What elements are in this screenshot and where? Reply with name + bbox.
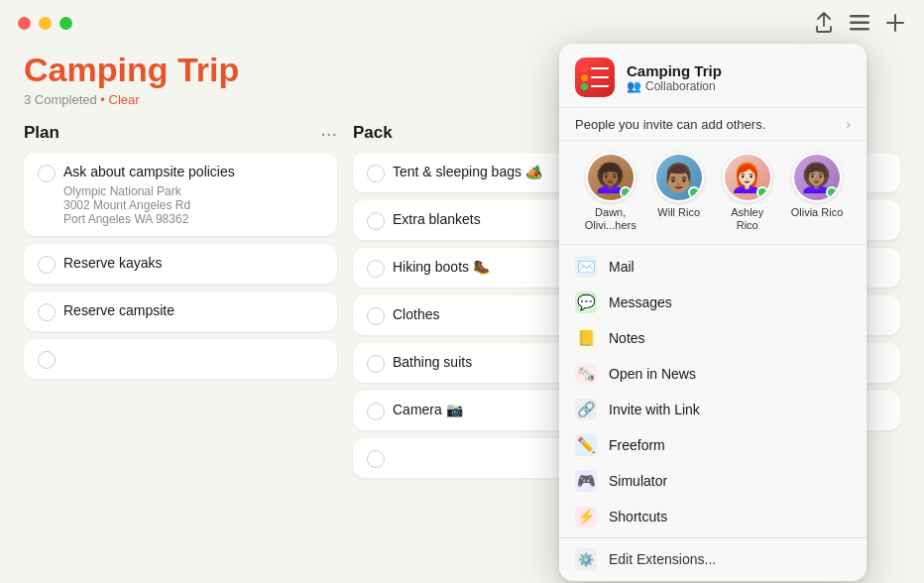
checkbox-clothes[interactable] bbox=[367, 307, 385, 325]
messages-icon: 💬 bbox=[575, 292, 597, 313]
card-campsite-policies[interactable]: Ask about campsite policies Olympic Nati… bbox=[24, 153, 337, 236]
completed-count: 3 Completed bbox=[24, 92, 97, 107]
checkbox-boots[interactable] bbox=[367, 260, 385, 278]
avatar-dawn[interactable]: 👩🏾‍🦱 Dawn, Olivi...hers bbox=[583, 153, 638, 232]
checkbox-tent[interactable] bbox=[367, 165, 385, 182]
menu-label-invite: Invite with Link bbox=[609, 402, 700, 417]
popup-invite-row[interactable]: People you invite can add others. › bbox=[559, 108, 866, 141]
minimize-button[interactable] bbox=[39, 17, 52, 30]
menu-label-messages: Messages bbox=[609, 294, 672, 310]
menu-label-simulator: Simulator bbox=[609, 473, 667, 489]
checkbox-blankets[interactable] bbox=[367, 212, 385, 230]
popup-collab: 👥 Collaboration bbox=[627, 79, 722, 93]
avatar-will[interactable]: 👨🏽 Will Rico bbox=[654, 153, 704, 232]
card-text-tent: Tent & sleeping bags 🏕️ bbox=[393, 163, 542, 182]
avatar-circle-olivia: 👩🏽‍🦱 bbox=[792, 153, 842, 202]
card-plan-empty[interactable] bbox=[24, 339, 337, 379]
avatar-dot-ashley bbox=[756, 186, 768, 198]
menu-item-notes[interactable]: 📒 Notes bbox=[559, 320, 866, 356]
freeform-icon: ✏️ bbox=[575, 434, 597, 456]
popup-title: Camping Trip bbox=[627, 62, 722, 79]
menu-label-news: Open in News bbox=[609, 366, 696, 382]
svg-rect-2 bbox=[850, 28, 869, 31]
maximize-button[interactable] bbox=[59, 17, 72, 30]
avatar-circle-ashley: 👩🏻‍🦰 bbox=[723, 153, 772, 202]
avatar-label-will: Will Rico bbox=[657, 206, 700, 219]
menu-label-mail: Mail bbox=[609, 259, 635, 275]
title-bar-actions bbox=[813, 12, 906, 34]
shortcuts-icon: ⚡ bbox=[575, 506, 597, 527]
avatar-dot-dawn bbox=[620, 186, 632, 198]
avatar-label-dawn: Dawn, Olivi...hers bbox=[583, 206, 638, 232]
collab-label: Collaboration bbox=[645, 79, 716, 93]
traffic-lights bbox=[18, 17, 72, 30]
column-plan: Plan ··· Ask about campsite policies Oly… bbox=[24, 123, 337, 486]
share-icon[interactable] bbox=[813, 12, 835, 34]
edit-extensions-icon: ⚙️ bbox=[575, 548, 597, 570]
card-text-bathing: Bathing suits bbox=[393, 353, 472, 373]
link-icon: 🔗 bbox=[575, 399, 597, 420]
popup-title-block: Camping Trip 👥 Collaboration bbox=[627, 62, 722, 93]
menu-item-invite-link[interactable]: 🔗 Invite with Link bbox=[559, 392, 866, 427]
card-reserve-kayaks[interactable]: Reserve kayaks bbox=[24, 244, 337, 284]
clear-link[interactable]: • Clear bbox=[100, 92, 139, 107]
menu-item-messages[interactable]: 💬 Messages bbox=[559, 285, 866, 320]
menu-items: ✉️ Mail 💬 Messages 📒 Notes 🗞️ Open in Ne… bbox=[559, 245, 866, 581]
checkbox-camera[interactable] bbox=[367, 403, 385, 420]
avatar-circle-dawn: 👩🏾‍🦱 bbox=[586, 153, 635, 202]
menu-label-shortcuts: Shortcuts bbox=[609, 509, 667, 525]
avatar-ashley[interactable]: 👩🏻‍🦰 Ashley Rico bbox=[720, 153, 775, 232]
menu-item-freeform[interactable]: ✏️ Freeform bbox=[559, 427, 866, 463]
menu-label-freeform: Freeform bbox=[609, 437, 665, 453]
column-more-plan[interactable]: ··· bbox=[320, 123, 337, 143]
column-title-pack: Pack bbox=[353, 123, 393, 143]
mail-icon: ✉️ bbox=[575, 256, 597, 278]
news-icon: 🗞️ bbox=[575, 363, 597, 385]
avatar-dot-olivia bbox=[826, 186, 838, 198]
collab-icon: 👥 bbox=[627, 79, 641, 93]
avatar-dot-will bbox=[688, 186, 700, 198]
menu-divider bbox=[559, 537, 866, 538]
checkbox-campsite[interactable] bbox=[38, 303, 56, 321]
svg-rect-1 bbox=[850, 22, 869, 25]
card-text-camera: Camera 📷 bbox=[393, 401, 463, 420]
avatar-olivia[interactable]: 👩🏽‍🦱 Olivia Rico bbox=[791, 153, 844, 232]
column-header-plan: Plan ··· bbox=[24, 123, 337, 143]
avatar-circle-will: 👨🏽 bbox=[654, 153, 704, 202]
card-text-boots: Hiking boots 🥾 bbox=[393, 258, 490, 278]
close-button[interactable] bbox=[18, 17, 31, 30]
share-popup: Camping Trip 👥 Collaboration People you … bbox=[559, 44, 866, 581]
checkbox-plan-empty[interactable] bbox=[38, 351, 56, 369]
add-icon[interactable] bbox=[884, 12, 906, 34]
menu-item-simulator[interactable]: 🎮 Simulator bbox=[559, 463, 866, 499]
menu-item-open-in-news[interactable]: 🗞️ Open in News bbox=[559, 356, 866, 392]
list-view-icon[interactable] bbox=[849, 12, 870, 34]
title-bar bbox=[0, 0, 924, 42]
avatar-label-ashley: Ashley Rico bbox=[720, 206, 775, 232]
menu-item-mail[interactable]: ✉️ Mail bbox=[559, 249, 866, 285]
svg-rect-0 bbox=[850, 15, 869, 18]
card-reserve-campsite[interactable]: Reserve campsite bbox=[24, 292, 337, 331]
menu-label-edit-extensions: Edit Extensions... bbox=[609, 551, 716, 567]
invite-text: People you invite can add others. bbox=[575, 117, 765, 132]
card-text-clothes: Clothes bbox=[393, 305, 439, 325]
simulator-icon: 🎮 bbox=[575, 470, 597, 492]
checkbox-bathing[interactable] bbox=[367, 355, 385, 373]
card-subtext-campsite: Olympic National Park3002 Mount Angeles … bbox=[63, 184, 235, 226]
menu-label-notes: Notes bbox=[609, 330, 645, 346]
avatars-row: 👩🏾‍🦱 Dawn, Olivi...hers 👨🏽 Will Rico 👩🏻‍… bbox=[559, 141, 866, 245]
card-text-campsite: Ask about campsite policies bbox=[63, 163, 235, 182]
menu-item-edit-extensions[interactable]: ⚙️ Edit Extensions... bbox=[559, 541, 866, 577]
menu-item-shortcuts[interactable]: ⚡ Shortcuts bbox=[559, 499, 866, 534]
column-title-plan: Plan bbox=[24, 123, 59, 143]
checkbox-kayaks[interactable] bbox=[38, 256, 56, 274]
card-text-blankets: Extra blankets bbox=[393, 210, 481, 230]
card-text-kayaks: Reserve kayaks bbox=[63, 254, 163, 274]
popup-header: Camping Trip 👥 Collaboration bbox=[559, 44, 866, 108]
chevron-right-icon: › bbox=[846, 116, 851, 132]
checkbox-campsite-policies[interactable] bbox=[38, 165, 56, 182]
notes-icon: 📒 bbox=[575, 327, 597, 349]
card-text-campsite-res: Reserve campsite bbox=[63, 301, 174, 321]
avatar-label-olivia: Olivia Rico bbox=[791, 206, 844, 219]
checkbox-pack-empty[interactable] bbox=[367, 450, 385, 468]
